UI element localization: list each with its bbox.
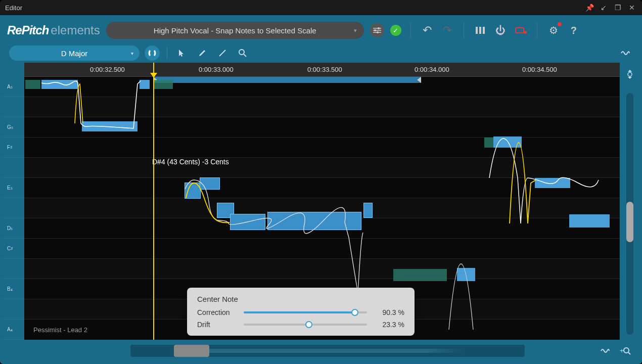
svg-point-8 xyxy=(239,50,244,55)
key-label[interactable]: B₄ xyxy=(2,279,24,299)
popup-title: Center Note xyxy=(197,295,404,303)
note-info-label: D#4 (43 Cents) -3 Cents xyxy=(152,158,229,166)
close-icon[interactable]: ✕ xyxy=(627,3,637,13)
key-label[interactable]: A₅ xyxy=(2,77,24,97)
time-ruler[interactable]: 0:00:32.500 0:00:33.000 0:00:33.500 0:00… xyxy=(24,63,620,77)
slider-thumb[interactable] xyxy=(305,321,312,328)
key-label[interactable] xyxy=(2,158,24,178)
pointer-tool-button[interactable] xyxy=(174,46,190,61)
vzoom-icon xyxy=(626,69,634,79)
scale-selector[interactable]: D Major ▾ xyxy=(9,46,140,61)
note-block[interactable] xyxy=(185,183,200,198)
horizontal-zoom-button[interactable]: + xyxy=(618,343,633,358)
wave-icon xyxy=(621,50,630,57)
playhead[interactable] xyxy=(153,63,154,340)
pin-icon[interactable]: 📌 xyxy=(584,3,594,13)
arrow-icon[interactable]: ↙ xyxy=(599,3,609,13)
range-end-handle[interactable] xyxy=(417,77,421,83)
line-tool-button[interactable] xyxy=(215,46,230,61)
record-button[interactable] xyxy=(514,23,528,37)
note-block[interactable] xyxy=(268,212,361,230)
svg-point-1 xyxy=(374,29,376,31)
zoom-tool-button[interactable] xyxy=(235,46,250,61)
help-button[interactable]: ? xyxy=(567,23,581,37)
note-block[interactable] xyxy=(535,178,570,188)
svg-point-7 xyxy=(524,31,527,34)
key-label[interactable]: D₅ xyxy=(2,218,24,239)
draw-tool-button[interactable] xyxy=(195,46,210,61)
status-ok-indicator[interactable]: ✓ xyxy=(390,25,401,36)
window-icon[interactable]: ❐ xyxy=(613,3,623,13)
rec-icon xyxy=(515,26,526,34)
note-block[interactable] xyxy=(231,214,265,230)
note-block[interactable] xyxy=(364,203,372,217)
app-logo: RePitchelements xyxy=(7,23,100,37)
svg-rect-6 xyxy=(516,28,524,33)
sliders-icon xyxy=(373,27,382,34)
preset-settings-button[interactable] xyxy=(370,23,384,37)
drift-label: Drift xyxy=(197,321,237,329)
key-label[interactable]: C♯ xyxy=(2,239,24,259)
note-block[interactable] xyxy=(82,121,137,131)
undo-button[interactable]: ↶ xyxy=(420,23,434,37)
note-block[interactable] xyxy=(393,269,447,281)
bars-button[interactable] xyxy=(473,23,487,37)
horseshoe-icon xyxy=(148,49,157,58)
correction-value: 90.3 % xyxy=(374,308,404,316)
main-canvas[interactable]: 0:00:32.500 0:00:33.000 0:00:33.500 0:00… xyxy=(24,63,620,340)
note-block[interactable] xyxy=(41,80,78,89)
note-block[interactable] xyxy=(569,214,610,228)
pointer-icon xyxy=(178,49,186,57)
horizontal-scrollbar[interactable] xyxy=(130,345,525,357)
window-title: Editor xyxy=(5,4,22,12)
chevron-down-icon: ▾ xyxy=(354,27,357,34)
wave-view-button[interactable] xyxy=(598,343,613,358)
settings-button[interactable]: ⚙ xyxy=(546,23,561,37)
key-label[interactable]: G₅ xyxy=(2,117,24,138)
vscrollbar-thumb[interactable] xyxy=(626,202,633,242)
key-label[interactable] xyxy=(2,259,24,279)
right-toolbar xyxy=(620,63,640,340)
drift-value: 23.3 % xyxy=(374,321,404,329)
pencil-icon xyxy=(198,49,206,57)
time-tick: 0:00:33.500 xyxy=(307,66,342,73)
note-block[interactable] xyxy=(154,80,173,89)
pitch-editor[interactable]: A₅ G₅ F♯ E₅ D₅ C♯ B₄ A₄ 0:00:32.500 0:00… xyxy=(2,63,640,340)
snap-tool-button[interactable] xyxy=(145,46,160,61)
time-tick: 0:00:33.000 xyxy=(199,66,234,73)
note-block[interactable] xyxy=(200,178,219,189)
note-block[interactable] xyxy=(493,136,522,148)
key-label[interactable]: E₅ xyxy=(2,178,24,198)
key-label[interactable] xyxy=(2,198,24,218)
vertical-zoom-button[interactable] xyxy=(622,67,637,82)
toolbar: D Major ▾ xyxy=(2,43,640,63)
svg-rect-3 xyxy=(476,27,478,34)
scale-label: D Major xyxy=(61,49,88,58)
titlebar: Editor 📌 ↙ ❐ ✕ xyxy=(0,0,642,15)
note-block[interactable] xyxy=(140,80,150,89)
hscrollbar-thumb[interactable] xyxy=(174,345,209,357)
drift-slider[interactable] xyxy=(244,324,367,326)
preset-label: High Pitch Vocal - Snap Notes to Selecte… xyxy=(154,26,316,35)
vertical-scrollbar[interactable] xyxy=(626,93,633,335)
wave-icon xyxy=(601,347,610,354)
correction-slider[interactable] xyxy=(244,311,367,313)
power-button[interactable]: ⏻ xyxy=(493,23,508,37)
key-label[interactable] xyxy=(2,97,24,117)
topbar: RePitchelements High Pitch Vocal - Snap … xyxy=(2,17,640,43)
time-tick: 0:00:34.500 xyxy=(522,66,557,73)
note-block[interactable] xyxy=(25,80,40,89)
redo-button[interactable]: ↷ xyxy=(440,23,454,37)
selection-range[interactable] xyxy=(153,77,421,83)
key-label[interactable]: A₄ xyxy=(2,320,24,340)
wave-toggle-button[interactable] xyxy=(618,46,633,61)
key-label[interactable]: F♯ xyxy=(2,138,24,158)
preset-selector[interactable]: High Pitch Vocal - Snap Notes to Selecte… xyxy=(106,22,364,39)
note-block[interactable] xyxy=(484,138,494,148)
key-label[interactable] xyxy=(2,299,24,320)
svg-rect-5 xyxy=(483,27,485,34)
bottombar: + xyxy=(2,340,640,362)
svg-point-11 xyxy=(624,348,629,353)
note-block[interactable] xyxy=(457,268,475,281)
slider-thumb[interactable] xyxy=(351,309,358,316)
